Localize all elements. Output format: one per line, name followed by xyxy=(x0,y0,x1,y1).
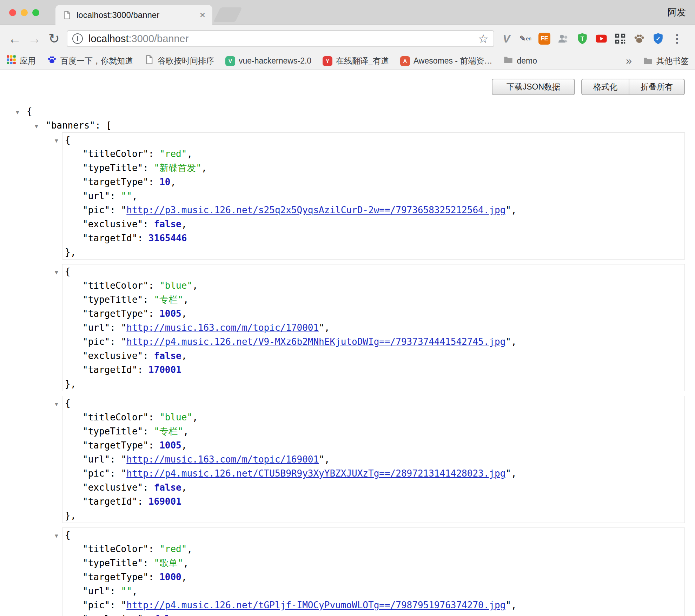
json-property: "pic": "http://p4.music.126.net/V9-MXz6b… xyxy=(82,335,684,349)
reload-button[interactable]: ↻ xyxy=(44,32,64,45)
json-object-properties: "titleColor": "red","typeTitle": "歌单","t… xyxy=(62,542,684,616)
colon: : xyxy=(110,322,121,333)
json-string-value: "red" xyxy=(159,149,187,159)
comma: , xyxy=(511,600,517,610)
json-object-open: ▼{ xyxy=(62,133,684,147)
comma: , xyxy=(511,468,517,479)
comma: , xyxy=(181,308,187,319)
collapse-toggle-icon[interactable]: ▼ xyxy=(55,266,58,280)
download-json-button[interactable]: 下载JSON数据 xyxy=(492,79,575,95)
bookmark-star-icon[interactable]: ☆ xyxy=(478,33,489,45)
quote: " xyxy=(505,205,511,215)
open-brace: { xyxy=(65,135,71,145)
colon: : xyxy=(148,544,159,554)
json-url-link[interactable]: http://music.163.com/m/topic/170001 xyxy=(126,322,319,333)
bookmark-label: 应用 xyxy=(20,55,36,66)
json-url-link[interactable]: http://p4.music.126.net/CTU5B9R9y3XyYBZX… xyxy=(126,468,505,479)
json-key: "pic" xyxy=(82,600,110,610)
json-tree: ▼{▼"banners": [▼{"titleColor": "red","ty… xyxy=(0,104,695,616)
bookmark-google-sort[interactable]: 谷歌按时间排序 xyxy=(144,55,214,67)
json-property: "pic": "http://p4.music.126.net/tGPljf-I… xyxy=(82,598,684,612)
json-number-value: 1000 xyxy=(159,572,181,582)
colon: : xyxy=(148,149,159,159)
back-button[interactable]: ← xyxy=(5,32,25,45)
json-object-properties: "titleColor": "blue","typeTitle": "专栏","… xyxy=(62,278,684,377)
collapse-all-button[interactable]: 折叠所有 xyxy=(629,79,685,95)
extension-paw-icon[interactable] xyxy=(631,31,647,47)
bookmark-apps[interactable]: 应用 xyxy=(6,55,36,67)
tab-close-icon[interactable]: × xyxy=(200,10,205,20)
json-url-link[interactable]: http://music.163.com/m/topic/169001 xyxy=(126,454,319,465)
address-bar[interactable]: i localhost:3000/banner ☆ xyxy=(67,30,494,47)
extension-translate-en-icon[interactable]: ✎en xyxy=(517,31,534,47)
bookmarks-bar: 应用百度一下，你就知道谷歌按时间排序Vvue-hackernews-2.0Y在线… xyxy=(0,52,695,70)
collapse-toggle-icon[interactable]: ▼ xyxy=(55,529,58,543)
bookmarks-overflow-chevron[interactable]: » xyxy=(626,55,632,67)
extension-browser-menu-icon[interactable]: ⋮ xyxy=(669,31,685,47)
json-property: "typeTitle": "新碟首发", xyxy=(82,161,684,175)
minimize-window-button[interactable] xyxy=(21,9,28,16)
quote: " xyxy=(121,468,127,479)
page-favicon-icon xyxy=(62,11,72,20)
colon: : xyxy=(143,294,154,305)
zoom-window-button[interactable] xyxy=(32,9,39,16)
colon: : xyxy=(143,614,154,616)
extension-shield-t-icon[interactable]: T xyxy=(574,31,590,47)
comma: , xyxy=(181,482,187,493)
collapse-toggle-icon[interactable]: ▼ xyxy=(55,397,58,411)
bookmark-awesomes[interactable]: AAwesomes - 前端资… xyxy=(400,55,492,66)
bookmark-youdao-translate[interactable]: Y在线翻译_有道 xyxy=(323,55,389,66)
open-brace: { xyxy=(65,266,71,277)
bookmark-demo[interactable]: demo xyxy=(503,55,537,67)
json-array-item: ▼{"titleColor": "red","typeTitle": "新碟首发… xyxy=(62,132,685,260)
json-object-close: }, xyxy=(62,377,684,391)
extension-v-logo-icon[interactable]: V xyxy=(498,31,515,47)
format-button[interactable]: 格式化 xyxy=(581,79,629,95)
json-url-link[interactable]: http://p4.music.126.net/tGPljf-IMOCyPvum… xyxy=(126,600,505,610)
json-object-open: ▼{ xyxy=(62,264,684,278)
colon: : xyxy=(143,558,154,568)
open-brace: { xyxy=(65,398,71,408)
json-string-value: "专栏" xyxy=(154,426,183,437)
extension-qr-code-icon[interactable] xyxy=(612,31,628,47)
json-string-value: "blue" xyxy=(159,280,192,291)
open-brace: { xyxy=(65,530,71,540)
extension-shield-check-icon[interactable]: ✓ xyxy=(650,31,666,47)
json-number-value: 3165446 xyxy=(148,233,187,243)
browser-tab[interactable]: localhost:3000/banner × xyxy=(55,5,212,25)
close-brace: }, xyxy=(65,247,76,257)
json-url-link[interactable]: http://p3.music.126.net/s25q2x5QyqsAzilC… xyxy=(126,205,505,215)
json-array-items: ▼{"titleColor": "red","typeTitle": "新碟首发… xyxy=(0,132,695,616)
json-url-link[interactable]: http://p4.music.126.net/V9-MXz6b2MNhEKju… xyxy=(126,336,505,347)
json-object-close: }, xyxy=(62,509,684,523)
page-info-icon[interactable]: i xyxy=(72,33,83,44)
new-tab-button[interactable] xyxy=(213,7,242,22)
json-key: "exclusive" xyxy=(82,219,143,229)
extension-people-icon[interactable] xyxy=(555,31,571,47)
collapse-toggle-icon[interactable]: ▼ xyxy=(16,105,19,119)
json-property: "targetType": 1000, xyxy=(82,570,684,584)
other-bookmarks-folder[interactable]: 其他书签 xyxy=(643,55,689,66)
comma: , xyxy=(132,586,138,596)
json-property: "typeTitle": "专栏", xyxy=(82,424,684,438)
extension-fe-helper-icon[interactable]: FE xyxy=(536,31,552,47)
comma: , xyxy=(324,322,330,333)
json-key: "url" xyxy=(82,191,110,201)
json-key: "url" xyxy=(82,586,110,596)
collapse-toggle-icon[interactable]: ▼ xyxy=(55,134,58,148)
forward-button[interactable]: → xyxy=(25,32,44,45)
bookmark-baidu[interactable]: 百度一下，你就知道 xyxy=(47,55,133,67)
json-property: "targetId": 169001 xyxy=(82,494,684,509)
colon: : xyxy=(110,600,121,610)
json-key: "typeTitle" xyxy=(82,426,143,437)
folder-icon xyxy=(503,55,513,67)
collapse-toggle-icon[interactable]: ▼ xyxy=(35,119,38,133)
close-window-button[interactable] xyxy=(9,9,16,16)
extension-youtube-icon[interactable] xyxy=(593,31,609,47)
bookmark-vue-hackernews[interactable]: Vvue-hackernews-2.0 xyxy=(225,55,311,66)
quote: " xyxy=(121,336,127,347)
quote: " xyxy=(319,454,324,465)
profile-name[interactable]: 阿发 xyxy=(668,6,686,19)
open-brace: { xyxy=(27,106,32,117)
url-host: localhost xyxy=(88,33,128,44)
